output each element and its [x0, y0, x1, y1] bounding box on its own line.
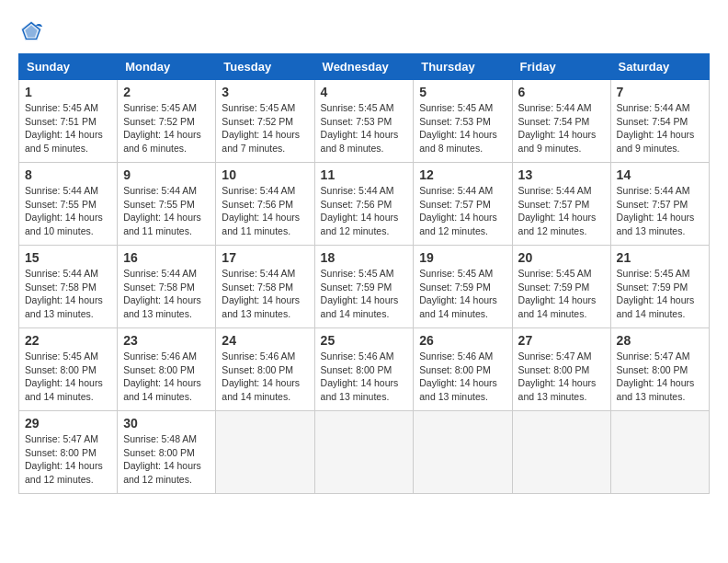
day-number: 29 — [25, 416, 111, 431]
calendar-cell: 20Sunrise: 5:45 AM Sunset: 7:59 PM Dayli… — [512, 246, 610, 328]
day-number: 12 — [419, 167, 506, 182]
calendar-cell — [610, 411, 709, 494]
calendar-cell: 14Sunrise: 5:44 AM Sunset: 7:57 PM Dayli… — [610, 163, 709, 246]
day-number: 13 — [518, 167, 605, 182]
weekday-header-monday: Monday — [118, 54, 216, 80]
calendar-table: SundayMondayTuesdayWednesdayThursdayFrid… — [18, 53, 710, 494]
day-info: Sunrise: 5:45 AM Sunset: 7:52 PM Dayligh… — [222, 101, 308, 155]
weekday-header-thursday: Thursday — [414, 54, 512, 80]
calendar-cell: 24Sunrise: 5:46 AM Sunset: 8:00 PM Dayli… — [216, 328, 314, 411]
calendar-cell: 2Sunrise: 5:45 AM Sunset: 7:52 PM Daylig… — [118, 80, 216, 163]
day-number: 25 — [321, 333, 408, 348]
calendar-cell: 15Sunrise: 5:44 AM Sunset: 7:58 PM Dayli… — [19, 246, 118, 328]
calendar-cell: 30Sunrise: 5:48 AM Sunset: 8:00 PM Dayli… — [118, 411, 216, 494]
calendar-cell: 9Sunrise: 5:44 AM Sunset: 7:55 PM Daylig… — [118, 163, 216, 246]
day-number: 30 — [123, 416, 210, 431]
day-number: 15 — [25, 250, 111, 265]
weekday-header-friday: Friday — [512, 54, 610, 80]
calendar-cell — [314, 411, 414, 494]
logo — [18, 18, 48, 44]
day-number: 14 — [617, 167, 703, 182]
calendar-week-row: 22Sunrise: 5:45 AM Sunset: 8:00 PM Dayli… — [19, 328, 710, 411]
day-info: Sunrise: 5:47 AM Sunset: 8:00 PM Dayligh… — [25, 432, 111, 487]
calendar-cell: 18Sunrise: 5:45 AM Sunset: 7:59 PM Dayli… — [314, 246, 414, 328]
calendar-cell: 29Sunrise: 5:47 AM Sunset: 8:00 PM Dayli… — [19, 411, 118, 494]
calendar-cell — [216, 411, 314, 494]
calendar-cell: 27Sunrise: 5:47 AM Sunset: 8:00 PM Dayli… — [512, 328, 610, 411]
day-number: 4 — [321, 85, 408, 99]
calendar-cell: 16Sunrise: 5:44 AM Sunset: 7:58 PM Dayli… — [118, 246, 216, 328]
day-info: Sunrise: 5:46 AM Sunset: 8:00 PM Dayligh… — [419, 350, 506, 404]
day-info: Sunrise: 5:45 AM Sunset: 7:59 PM Dayligh… — [617, 267, 703, 321]
day-info: Sunrise: 5:44 AM Sunset: 7:54 PM Dayligh… — [518, 101, 605, 155]
calendar-cell — [512, 411, 610, 494]
calendar-week-row: 1Sunrise: 5:45 AM Sunset: 7:51 PM Daylig… — [19, 80, 710, 163]
day-number: 17 — [222, 250, 308, 265]
day-number: 8 — [25, 167, 111, 182]
day-info: Sunrise: 5:45 AM Sunset: 7:59 PM Dayligh… — [321, 267, 408, 321]
logo-icon — [18, 18, 44, 44]
weekday-header-saturday: Saturday — [610, 54, 709, 80]
day-number: 11 — [321, 167, 408, 182]
calendar-cell: 3Sunrise: 5:45 AM Sunset: 7:52 PM Daylig… — [216, 80, 314, 163]
calendar-cell: 5Sunrise: 5:45 AM Sunset: 7:53 PM Daylig… — [414, 80, 512, 163]
day-info: Sunrise: 5:44 AM Sunset: 7:56 PM Dayligh… — [321, 184, 408, 238]
day-info: Sunrise: 5:44 AM Sunset: 7:54 PM Dayligh… — [617, 101, 703, 155]
day-number: 2 — [123, 85, 210, 99]
day-number: 27 — [518, 333, 605, 348]
weekday-header-tuesday: Tuesday — [216, 54, 314, 80]
day-info: Sunrise: 5:47 AM Sunset: 8:00 PM Dayligh… — [518, 350, 605, 404]
day-number: 10 — [222, 167, 308, 182]
day-number: 19 — [419, 250, 506, 265]
calendar-cell: 10Sunrise: 5:44 AM Sunset: 7:56 PM Dayli… — [216, 163, 314, 246]
calendar-cell: 8Sunrise: 5:44 AM Sunset: 7:55 PM Daylig… — [19, 163, 118, 246]
day-number: 22 — [25, 333, 111, 348]
day-info: Sunrise: 5:44 AM Sunset: 7:57 PM Dayligh… — [518, 184, 605, 238]
weekday-header-wednesday: Wednesday — [314, 54, 414, 80]
day-info: Sunrise: 5:44 AM Sunset: 7:56 PM Dayligh… — [222, 184, 308, 238]
day-info: Sunrise: 5:44 AM Sunset: 7:57 PM Dayligh… — [617, 184, 703, 238]
day-info: Sunrise: 5:44 AM Sunset: 7:55 PM Dayligh… — [123, 184, 210, 238]
day-number: 23 — [123, 333, 210, 348]
calendar-cell: 7Sunrise: 5:44 AM Sunset: 7:54 PM Daylig… — [610, 80, 709, 163]
day-info: Sunrise: 5:46 AM Sunset: 8:00 PM Dayligh… — [123, 350, 210, 404]
day-info: Sunrise: 5:44 AM Sunset: 7:58 PM Dayligh… — [222, 267, 308, 321]
day-number: 6 — [518, 85, 605, 99]
day-info: Sunrise: 5:44 AM Sunset: 7:55 PM Dayligh… — [25, 184, 111, 238]
calendar-cell: 19Sunrise: 5:45 AM Sunset: 7:59 PM Dayli… — [414, 246, 512, 328]
calendar-cell: 21Sunrise: 5:45 AM Sunset: 7:59 PM Dayli… — [610, 246, 709, 328]
day-number: 28 — [617, 333, 703, 348]
day-info: Sunrise: 5:45 AM Sunset: 7:51 PM Dayligh… — [25, 101, 111, 155]
calendar-cell: 13Sunrise: 5:44 AM Sunset: 7:57 PM Dayli… — [512, 163, 610, 246]
day-info: Sunrise: 5:45 AM Sunset: 7:59 PM Dayligh… — [518, 267, 605, 321]
day-number: 7 — [617, 85, 703, 99]
day-number: 5 — [419, 85, 506, 99]
day-info: Sunrise: 5:45 AM Sunset: 7:53 PM Dayligh… — [419, 101, 506, 155]
day-info: Sunrise: 5:46 AM Sunset: 8:00 PM Dayligh… — [321, 350, 408, 404]
calendar-cell: 26Sunrise: 5:46 AM Sunset: 8:00 PM Dayli… — [414, 328, 512, 411]
calendar-cell — [414, 411, 512, 494]
calendar-cell: 11Sunrise: 5:44 AM Sunset: 7:56 PM Dayli… — [314, 163, 414, 246]
calendar-cell: 12Sunrise: 5:44 AM Sunset: 7:57 PM Dayli… — [414, 163, 512, 246]
day-number: 24 — [222, 333, 308, 348]
calendar-cell: 17Sunrise: 5:44 AM Sunset: 7:58 PM Dayli… — [216, 246, 314, 328]
day-number: 16 — [123, 250, 210, 265]
calendar-cell: 4Sunrise: 5:45 AM Sunset: 7:53 PM Daylig… — [314, 80, 414, 163]
day-info: Sunrise: 5:45 AM Sunset: 8:00 PM Dayligh… — [25, 350, 111, 404]
calendar-cell: 28Sunrise: 5:47 AM Sunset: 8:00 PM Dayli… — [610, 328, 709, 411]
day-number: 21 — [617, 250, 703, 265]
day-info: Sunrise: 5:45 AM Sunset: 7:52 PM Dayligh… — [123, 101, 210, 155]
day-number: 1 — [25, 85, 111, 99]
day-info: Sunrise: 5:44 AM Sunset: 7:57 PM Dayligh… — [419, 184, 506, 238]
calendar-cell: 25Sunrise: 5:46 AM Sunset: 8:00 PM Dayli… — [314, 328, 414, 411]
calendar-cell: 23Sunrise: 5:46 AM Sunset: 8:00 PM Dayli… — [118, 328, 216, 411]
calendar-cell: 22Sunrise: 5:45 AM Sunset: 8:00 PM Dayli… — [19, 328, 118, 411]
day-number: 9 — [123, 167, 210, 182]
calendar-cell: 6Sunrise: 5:44 AM Sunset: 7:54 PM Daylig… — [512, 80, 610, 163]
day-number: 20 — [518, 250, 605, 265]
day-info: Sunrise: 5:45 AM Sunset: 7:59 PM Dayligh… — [419, 267, 506, 321]
day-info: Sunrise: 5:45 AM Sunset: 7:53 PM Dayligh… — [321, 101, 408, 155]
day-info: Sunrise: 5:44 AM Sunset: 7:58 PM Dayligh… — [123, 267, 210, 321]
day-number: 26 — [419, 333, 506, 348]
calendar-week-row: 29Sunrise: 5:47 AM Sunset: 8:00 PM Dayli… — [19, 411, 710, 494]
